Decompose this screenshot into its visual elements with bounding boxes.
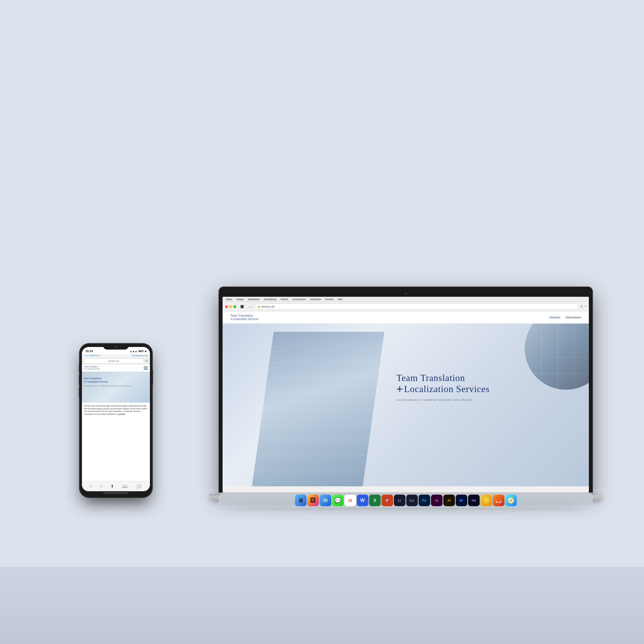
dock-icon-mail[interactable]: ✉ xyxy=(320,495,331,506)
safari-menu-bearbeiten[interactable]: Bearbeiten xyxy=(248,298,260,301)
hero-title-line2: Localization Services xyxy=(404,384,490,394)
dock-icon-illustrator[interactable]: Ai xyxy=(443,495,455,506)
sphere-hline xyxy=(525,373,589,374)
iphone-mute-button[interactable] xyxy=(79,365,80,372)
excel-icon: X xyxy=(374,498,376,503)
safari-toolbar: ⬛ ‹ › 🔒 tetralocs.de ⬆ + xyxy=(223,302,589,311)
safari-menu-lesezeichen[interactable]: Lesezeichen xyxy=(292,298,306,301)
iphone-power-button[interactable] xyxy=(152,370,153,385)
illustrator-icon: Ai xyxy=(447,498,451,502)
safari-menu-ablage[interactable]: Ablage xyxy=(236,298,244,301)
ham-line-1 xyxy=(144,367,148,367)
iphone-body-text: Sie sind in der Cloudtechnologie, Netzwe… xyxy=(82,403,150,418)
dock-icon-photoshop[interactable]: Ps xyxy=(419,495,430,506)
dock-icon-photos[interactable]: 🖼 xyxy=(307,495,319,506)
macbook-screen-wrapper: Safari Ablage Bearbeiten Darstellung Ver… xyxy=(219,287,592,493)
safari-menu-entwickler[interactable]: Entwickler xyxy=(310,298,321,301)
safari-nav-btns: ‹ › xyxy=(247,305,253,309)
iphone-tabs-btn[interactable]: ⬜ xyxy=(136,484,141,489)
hero-subtitle: SACHKUNDIGE IT-ÜBERSETZUNGEN VON PROFIS xyxy=(396,399,490,401)
sphere-hline xyxy=(525,340,589,341)
sphere-lines xyxy=(525,324,589,390)
iphone-vol-up-button[interactable] xyxy=(79,375,80,385)
dock-icon-coin[interactable]: 🪙 xyxy=(480,495,492,506)
iphone-url-field[interactable]: tetralocs.de xyxy=(84,358,144,363)
iphone-share-btn[interactable]: ⬆ xyxy=(111,484,114,489)
word-icon: W xyxy=(360,498,365,503)
safari-menu-verlauf[interactable]: Verlauf xyxy=(280,298,288,301)
dock-icon-word[interactable]: W xyxy=(357,495,368,506)
dock-icon-excel[interactable]: X xyxy=(369,495,381,506)
dock: 🖥 🖼 ✉ 💬 15 W X P Lr xyxy=(219,493,592,507)
iphone-back-btn[interactable]: ‹ xyxy=(90,484,92,489)
iphone-hero-subtitle: SACHKUNDIGE IT-ÜBERSETZUNGEN VON PROFIS xyxy=(83,385,131,387)
safari-share-btn[interactable]: ⬆ xyxy=(580,305,583,308)
safari-lock-icon: 🔒 xyxy=(257,305,260,308)
safari-url: tetralocs.de xyxy=(261,305,275,308)
dock-icon-lightroom[interactable]: Lr xyxy=(394,495,405,506)
dock-icon-lightroom-classic[interactable]: Lrc xyxy=(406,495,418,506)
iphone-notch xyxy=(103,344,129,350)
iphone-website: Team Translation + Localization Services xyxy=(82,365,150,418)
photos-icon: 🖼 xyxy=(310,497,316,504)
safari-menu-darstellung[interactable]: Darstellung xyxy=(264,298,276,301)
hero-buildings xyxy=(223,324,589,486)
hdri-icon: Hd xyxy=(472,499,476,502)
hero-plus-icon: + xyxy=(396,383,403,395)
safari-menu-hilfe[interactable]: Hilfe xyxy=(338,298,343,301)
dock-icon-bridge[interactable]: Br xyxy=(456,495,467,506)
safari-minimize-btn[interactable] xyxy=(229,305,232,308)
iphone-bottom-bar: ‹ › ⬆ 📖 ⬜ xyxy=(82,481,150,491)
iphone-refresh-btn[interactable]: ↻ xyxy=(145,359,148,363)
safari-menu-safari[interactable]: Safari xyxy=(226,298,232,301)
iphone-vol-down-button[interactable] xyxy=(79,387,80,397)
dock-icon-calendar[interactable]: 15 xyxy=(344,495,356,506)
iphone-forward-btn[interactable]: › xyxy=(100,484,102,489)
iphone-hamburger-menu[interactable] xyxy=(144,367,148,370)
dock-icon-indesign[interactable]: Id xyxy=(431,495,443,506)
safari-fullscreen-btn[interactable] xyxy=(233,305,236,308)
safari-btn-group: ⬛ xyxy=(239,304,245,309)
firefox-icon: 🦊 xyxy=(495,497,502,504)
safari-icon: 🧭 xyxy=(507,497,514,504)
iphone-browser-bar: 0711-40059134 ● Info@tetralocs.de tetral… xyxy=(82,354,150,365)
nav-unternehmen[interactable]: Unternehmen xyxy=(565,316,581,319)
iphone-hero-title1: Team Translation xyxy=(83,377,131,380)
building-line xyxy=(272,347,382,347)
sphere-hline xyxy=(525,357,589,357)
dock-icon-powerpoint[interactable]: P xyxy=(382,495,393,506)
iphone-time: 10:14 xyxy=(86,350,93,353)
safari-menu-fenster[interactable]: Fenster xyxy=(325,298,334,301)
dock-icon-safari[interactable]: 🧭 xyxy=(505,495,517,506)
lightroom-classic-icon: Lrc xyxy=(410,499,414,502)
website-content: Team Translation + Localization Services… xyxy=(223,311,589,487)
building-line xyxy=(254,471,365,471)
safari-back-btn[interactable]: ‹ xyxy=(247,305,250,309)
iphone-bookmarks-btn[interactable]: 📖 xyxy=(122,484,128,489)
website-logo: Team Translation + Localization Services xyxy=(230,314,258,321)
safari-new-tab-btn[interactable]: + xyxy=(584,305,586,308)
dock-icon-finder[interactable]: 🖥 xyxy=(295,495,307,506)
safari-forward-btn[interactable]: › xyxy=(250,305,253,309)
logo-line1: Team Translation xyxy=(230,314,258,317)
website-nav-links: Startseite Unternehmen xyxy=(549,316,581,319)
iphone-email[interactable]: Info@tetralocs.de xyxy=(132,354,148,357)
building-line xyxy=(269,362,380,363)
nav-startseite[interactable]: Startseite xyxy=(549,316,560,319)
indesign-icon: Id xyxy=(435,498,438,502)
iphone-phone[interactable]: 0711-40059134 ● xyxy=(84,354,100,357)
mail-icon: ✉ xyxy=(323,497,328,504)
calendar-icon: 15 xyxy=(348,498,352,503)
scene: 10:14 ▲▲▲ WiFi ■ 0711-40059134 ● Info@te… xyxy=(39,64,605,580)
battery-icon: ■ xyxy=(145,350,146,353)
safari-sidebar-btn[interactable]: ⬛ xyxy=(239,304,245,309)
dock-icon-messages[interactable]: 💬 xyxy=(332,495,344,506)
photoshop-icon: Ps xyxy=(422,498,426,502)
iphone-home-indicator xyxy=(82,491,150,494)
iphone-shadow xyxy=(87,495,145,502)
safari-close-btn[interactable] xyxy=(225,305,228,308)
iphone-site-nav: Team Translation + Localization Services xyxy=(82,365,150,372)
dock-icon-firefox[interactable]: 🦊 xyxy=(493,495,504,506)
dock-icon-hdri[interactable]: Hd xyxy=(468,495,480,506)
safari-address-bar[interactable]: 🔒 tetralocs.de xyxy=(255,303,578,310)
